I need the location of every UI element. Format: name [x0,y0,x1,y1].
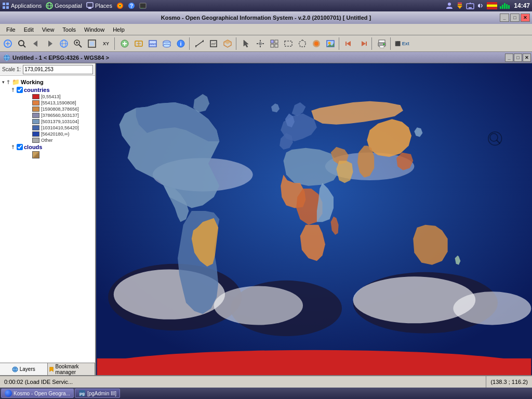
menu-help[interactable]: Help [109,25,129,34]
tool-ext[interactable]: ⬛ Ext [394,37,410,50]
taskbar-pgadmin[interactable]: pg [pgAdmin III] [75,389,120,398]
tool-zoom-in[interactable] [71,37,85,50]
tool-select[interactable] [15,37,29,50]
tool-ide[interactable] [132,37,145,50]
layers-tab-label: Layers [20,366,35,372]
tool-3d[interactable] [221,37,234,50]
countries-checkbox[interactable] [17,87,23,93]
tool-measure-area[interactable]: m² [207,37,220,50]
legend-swatch-other [32,138,39,143]
tree-group-working-header[interactable]: ▾ 📁 Working [1,78,94,86]
svg-rect-87 [380,46,384,48]
map-restore-button[interactable]: □ [514,54,522,62]
menu-file[interactable]: File [2,25,20,34]
legend-swatch-6 [32,131,39,137]
svg-line-61 [196,41,203,46]
legend-swatch-2 [32,107,39,112]
tab-layers[interactable]: Layers [0,363,48,375]
tool-postgis[interactable] [160,37,174,50]
taskbar-kosmo[interactable]: Kosmo - Open Geogra... [1,389,74,398]
menu-edit[interactable]: Edit [20,25,38,34]
taskbar: Kosmo - Open Geogra... pg [pgAdmin III] [0,388,532,399]
scale-label: Scale 1: [2,66,21,72]
tool-print[interactable] [375,37,389,50]
map-canvas[interactable] [96,63,532,375]
tool-open[interactable] [1,37,15,50]
menu-view[interactable]: View [38,25,59,34]
bookmarks-tab-icon [49,366,54,373]
tool-nav-prev[interactable] [342,37,356,50]
legend-label-2: [1590808,378656] [41,107,79,112]
tab-bookmarks[interactable]: Bookmark manager [48,363,96,375]
tool-back[interactable] [29,37,43,50]
tool-select-poly[interactable] [296,37,309,50]
layer-countries: countries [0,55413] [55413,1590808] [159… [9,86,94,143]
tool-pointer[interactable] [240,37,253,50]
legend-item-3: [3786560,503137] [32,112,94,118]
svg-marker-23 [478,4,480,8]
legend-swatch-0 [32,94,39,99]
svg-point-58 [163,44,170,47]
svg-rect-29 [504,3,506,9]
legend-swatch-4 [32,119,39,124]
map-minimize-button[interactable]: _ [505,54,513,62]
svg-point-110 [453,291,531,325]
places-icon [86,2,94,9]
group-working-label: Working [21,79,44,85]
svg-text:pg: pg [79,391,85,396]
svg-rect-26 [487,7,497,9]
user-icon [445,2,454,10]
svg-rect-72 [271,44,274,47]
tool-nav-next[interactable] [356,37,370,50]
applications-menu[interactable]: Applications [2,2,42,9]
map-close-button[interactable]: ✕ [523,54,531,62]
tool-globe[interactable] [57,37,71,50]
tool-xy[interactable]: XY [99,37,113,50]
svg-rect-47 [90,42,94,46]
tool-pan[interactable] [254,37,267,50]
legend-item-1: [55413,1590808] [32,100,94,106]
system-bar: Applications Geospatial Places ? _ [0,0,532,11]
map-header-bar: Untitled - 1 < EPSG:4326 - WGS84 > _ □ ✕ [0,52,532,63]
svg-rect-74 [285,41,292,46]
tool-info[interactable]: i [174,37,188,50]
help-icon-btn[interactable]: ? [128,2,135,9]
menu-tools[interactable]: Tools [58,25,80,34]
tool-add-wms[interactable]: WMS [146,37,159,50]
legend-item-0: [0,55413] [32,94,94,100]
svg-point-88 [383,43,385,45]
scale-input[interactable] [23,65,93,74]
geospatial-menu[interactable]: Geospatial [46,2,82,9]
layer-pin-icon [10,87,16,92]
svg-rect-81 [345,42,347,46]
layer-countries-row[interactable]: countries [9,86,94,94]
svg-rect-27 [500,6,501,9]
tool-merge[interactable] [310,37,323,50]
places-menu[interactable]: Places [86,2,112,9]
menu-window[interactable]: Window [80,25,109,34]
tool-add-vector[interactable] [118,37,131,50]
svg-marker-68 [244,40,248,47]
tool-select-rect[interactable] [282,37,295,50]
layer-panel: Scale 1: ▾ 📁 Working [0,63,96,375]
clouds-checkbox[interactable] [17,144,23,150]
tool-grid-select[interactable] [268,37,281,50]
restore-button[interactable]: □ [510,14,520,22]
status-text: 0:00:02 (Load IDE Servic... [4,379,73,385]
close-button[interactable]: ✕ [521,14,530,22]
toolbar-separator-4 [339,37,341,50]
legend-swatch-1 [32,100,39,105]
toolbar-separator-2 [189,37,191,50]
layer-clouds-row[interactable]: clouds [9,143,94,151]
terminal-icon-btn[interactable]: _ [139,2,147,9]
tool-zoom-extent[interactable] [85,37,99,50]
tree-group-working: ▾ 📁 Working [1,78,94,159]
svg-rect-7 [87,3,93,7]
bookmarks-tab-label: Bookmark manager [56,364,94,375]
tool-raster[interactable] [324,37,337,50]
tool-forward[interactable] [43,37,57,50]
toolbar-separator-6 [390,37,392,50]
minimize-button[interactable]: _ [500,14,509,22]
tool-measure-dist[interactable] [193,37,206,50]
firefox-icon-btn[interactable] [116,2,124,9]
